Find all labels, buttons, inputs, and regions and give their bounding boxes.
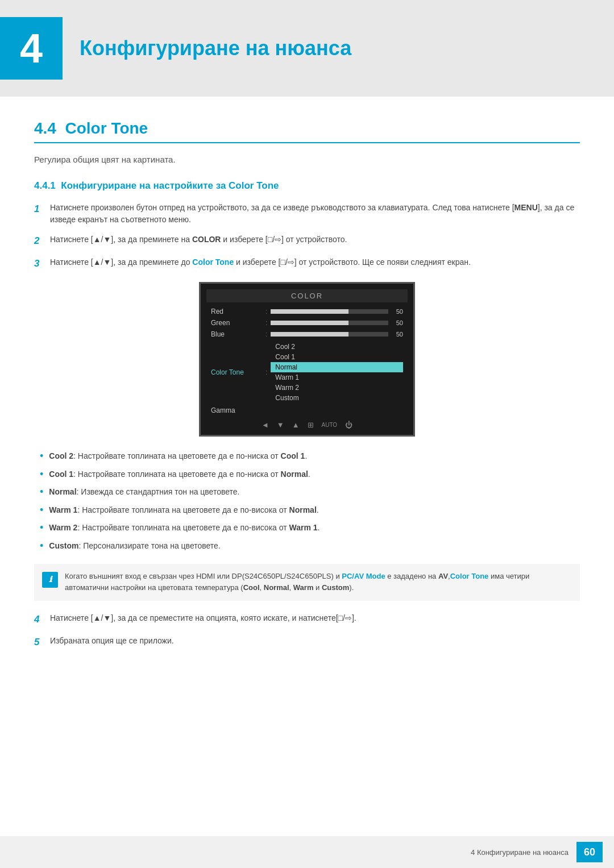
bullet-list: • Cool 2: Настройвате топлината на цвето… (40, 450, 580, 553)
step-4: 4 Натиснете [▲/▼], за да се преместите н… (34, 612, 580, 627)
chapter-title: Конфигуриране на нюанса (80, 36, 351, 60)
info-note: ℹ Когато външният вход е свързан чрез HD… (34, 564, 580, 601)
chapter-header: 4 Конфигуриране на нюанса (0, 0, 614, 97)
bullet-cool2: • Cool 2: Настройвате топлината на цвето… (40, 450, 580, 463)
menu-row-blue: Blue : 50 (206, 329, 408, 340)
subsection-heading: 4.4.1 Конфигуриране на настройките за Co… (34, 180, 580, 192)
info-note-text: Когато външният вход е свързан чрез HDMI… (65, 571, 572, 595)
section-heading: 4.4 Color Tone (34, 119, 580, 143)
monitor-bottom-bar: ◄ ▼ ▲ ⊞ AUTO ⏻ (206, 421, 408, 429)
steps-list: 1 Натиснете произволен бутон отпред на у… (34, 202, 580, 271)
footer: 4 Конфигуриране на нюанса 60 (0, 836, 614, 868)
info-icon: ℹ (42, 572, 58, 588)
power-icon: ⏻ (345, 421, 352, 429)
menu-row-red: Red : 50 (206, 306, 408, 317)
bullet-warm1: • Warm 1: Настройвате топлината на цвето… (40, 504, 580, 517)
monitor-screen: COLOR Red : 50 Green : (199, 282, 415, 437)
enter-icon: ⊞ (308, 421, 314, 429)
footer-text: 4 Конфигуриране на нюанса (471, 848, 569, 857)
auto-label: AUTO (322, 422, 338, 428)
section-description: Регулира общия цвят на картината. (34, 155, 580, 164)
step-3: 3 Натиснете [▲/▼], за да преминете до Co… (34, 256, 580, 271)
down-arrow-icon: ▼ (277, 421, 284, 429)
main-content: 4.4 Color Tone Регулира общия цвят на ка… (0, 119, 614, 695)
footer-page-number: 60 (576, 842, 603, 862)
bullet-cool1: • Cool 1: Настройвате топлината на цвето… (40, 468, 580, 481)
chapter-number: 4 (0, 17, 63, 80)
step-5: 5 Избраната опция ще се приложи. (34, 635, 580, 650)
menu-row-green: Green : 50 (206, 317, 408, 329)
menu-rows: Red : 50 Green : (206, 306, 408, 416)
bullet-warm2: • Warm 2: Настройвате топлината на цвето… (40, 522, 580, 534)
up-arrow-icon: ▲ (292, 421, 300, 429)
bullet-normal: • Normal: Извежда се стандартния тон на … (40, 486, 580, 499)
step-2: 2 Натиснете [▲/▼], за да преминете на CO… (34, 234, 580, 248)
menu-row-gamma: Gamma (206, 405, 408, 416)
menu-row-colortone: Color Tone : Cool 2 Cool 1 Normal Warm 1… (206, 340, 408, 405)
bullet-custom: • Custom: Персонализирате тона на цветов… (40, 540, 580, 553)
step-1: 1 Натиснете произволен бутон отпред на у… (34, 202, 580, 226)
menu-title-bar: COLOR (206, 289, 408, 302)
left-arrow-icon: ◄ (262, 421, 269, 429)
colortone-options: Cool 2 Cool 1 Normal Warm 1 Warm 2 Custo… (271, 342, 403, 403)
steps-list-4-5: 4 Натиснете [▲/▼], за да се преместите н… (34, 612, 580, 649)
monitor-container: COLOR Red : 50 Green : (34, 282, 580, 437)
